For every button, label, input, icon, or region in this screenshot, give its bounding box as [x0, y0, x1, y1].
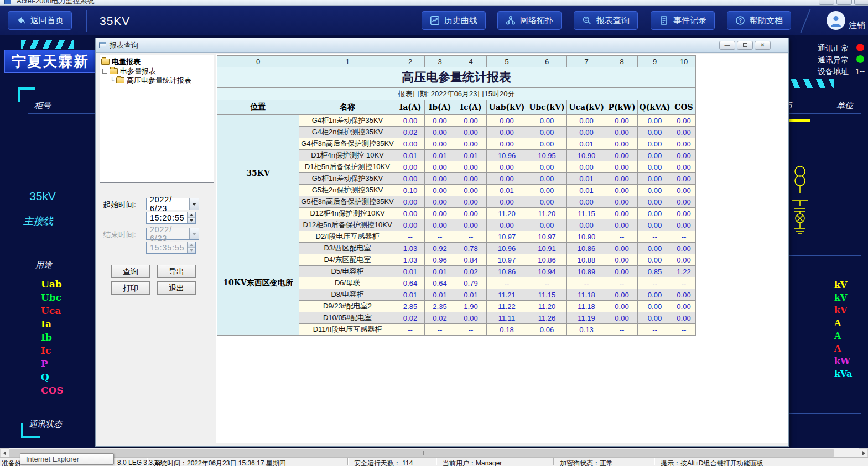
dialog-close-button[interactable]: ✕: [755, 41, 771, 50]
history-curve-button[interactable]: 历史曲线: [422, 11, 486, 30]
value-cell: 0.00: [567, 196, 606, 208]
scrollbar-thumb[interactable]: [9, 449, 834, 457]
query-button[interactable]: 查询: [111, 265, 150, 278]
dialog-titlebar[interactable]: 报表查询: [96, 38, 788, 53]
help-doc-button[interactable]: ? 帮助文档: [727, 11, 791, 30]
param-label-ubc: Ubc: [41, 291, 64, 304]
right-unit-list: kVkVkVAAAkWkVa: [834, 279, 852, 380]
value-cell: 0.92: [425, 243, 455, 254]
value-cell: 0.01: [455, 289, 487, 301]
value-cell: 0.00: [638, 301, 672, 312]
tree-item-root[interactable]: 电量报表: [101, 57, 212, 66]
column-number: 5: [487, 56, 527, 67]
value-cell: --: [606, 277, 638, 289]
grid-line: [28, 97, 95, 97]
os-minimize-button[interactable]: [819, 0, 834, 5]
value-cell: 0.02: [425, 312, 455, 324]
start-date-value: 2022/ 6/23: [147, 195, 189, 213]
column-number: 3: [425, 56, 455, 67]
value-cell: 0.00: [425, 138, 455, 150]
value-cell: --: [396, 231, 425, 243]
value-cell: 0.00: [487, 115, 527, 127]
value-cell: 0.00: [638, 115, 672, 127]
tree-item-grandchild[interactable]: └ 高压电参量统计报表: [101, 76, 212, 85]
value-cell: 0.00: [425, 196, 455, 208]
param-label-q: Q: [41, 370, 64, 384]
hazard-stripes-right: [790, 79, 834, 88]
folder-icon: [101, 59, 110, 65]
value-cell: 0.00: [527, 161, 567, 173]
comm-fail-indicator: [856, 55, 864, 63]
collapse-expander-icon[interactable]: -: [102, 69, 107, 74]
event-record-icon: [659, 15, 669, 25]
column-number: 0: [217, 56, 299, 67]
param-label-uab: Uab: [41, 277, 64, 291]
value-cell: 11.19: [567, 312, 606, 324]
report-query-button[interactable]: 报表查询: [574, 11, 638, 30]
back-home-button[interactable]: 返回首页: [8, 11, 72, 30]
ie-tooltip: Internet Explorer: [20, 453, 114, 465]
device-name: G4柜2n保护测控35KV: [299, 127, 396, 138]
user-avatar[interactable]: [827, 11, 845, 30]
exit-button[interactable]: 退出: [157, 281, 196, 295]
value-cell: 0.00: [638, 289, 672, 301]
device-name: G5柜3n高后备保护测控35KV: [299, 196, 396, 208]
value-cell: 0.00: [672, 219, 696, 231]
value-cell: 1.22: [672, 266, 696, 277]
unit-label-kw: kW: [834, 355, 852, 368]
value-cell: 10.88: [567, 254, 606, 266]
value-cell: 0.00: [527, 127, 567, 138]
logout-button[interactable]: 注销: [849, 20, 865, 31]
value-cell: 0.01: [425, 150, 455, 161]
value-cell: --: [567, 277, 606, 289]
dialog-maximize-button[interactable]: [737, 41, 753, 50]
value-cell: 0.00: [638, 185, 672, 196]
value-cell: 0.01: [425, 289, 455, 301]
history-curve-label: 历史曲线: [444, 15, 477, 26]
station-banner: 宁夏天霖新: [4, 50, 95, 73]
value-cell: 0.00: [527, 196, 567, 208]
value-cell: 0.00: [672, 254, 696, 266]
horizontal-scrollbar[interactable]: [0, 448, 868, 457]
dialog-minimize-button[interactable]: —: [719, 41, 735, 50]
grid-line: [784, 431, 861, 431]
value-cell: 1.90: [455, 301, 487, 312]
column-header: 位置: [217, 100, 299, 115]
value-cell: 0.00: [638, 243, 672, 254]
device-name: D12柜5n后备保护测控10KV: [299, 219, 396, 231]
value-cell: 0.00: [455, 138, 487, 150]
value-cell: --: [425, 231, 455, 243]
value-cell: --: [455, 324, 487, 336]
print-button[interactable]: 打印: [111, 281, 150, 295]
start-time-value: 15:20:55: [147, 213, 187, 222]
export-button[interactable]: 导出: [157, 265, 196, 278]
tree-item-child[interactable]: - 电参量报表: [101, 66, 212, 76]
network-topology-button[interactable]: 网络拓扑: [497, 11, 562, 30]
event-record-label: 事件记录: [673, 15, 706, 26]
dropdown-arrow-icon[interactable]: [189, 198, 199, 210]
start-date-combo[interactable]: 2022/ 6/23: [146, 198, 199, 210]
unit-label-kv: kV: [834, 291, 852, 304]
scroll-right-arrow-icon[interactable]: [859, 448, 868, 458]
value-cell: 0.00: [638, 138, 672, 150]
grid-line: [784, 413, 861, 414]
os-close-button[interactable]: [854, 0, 868, 5]
spinner-arrows-icon[interactable]: [187, 212, 195, 223]
unit-label-a: A: [834, 342, 852, 355]
start-time-spinner[interactable]: 15:20:55: [146, 212, 196, 224]
dropdown-arrow-icon: [189, 228, 199, 239]
scroll-left-arrow-icon[interactable]: [0, 448, 9, 458]
event-record-button[interactable]: 事件记录: [651, 11, 715, 30]
value-cell: 0.00: [672, 312, 696, 324]
value-cell: 0.00: [527, 173, 567, 185]
report-table: 012345678910高压电参量统计报表报表日期: 2022年06月23日15…: [217, 55, 696, 336]
value-cell: 0.00: [672, 208, 696, 219]
value-cell: 10.86: [487, 266, 527, 277]
history-curve-icon: [430, 15, 440, 25]
report-date: 报表日期: 2022年06月23日15时20分: [217, 88, 696, 100]
report-tree: 电量报表 - 电参量报表 └ 高压电参量统计报表: [100, 55, 214, 183]
statusbar-divider: [436, 458, 436, 465]
value-cell: 0.00: [396, 173, 425, 185]
os-maximize-button[interactable]: [836, 0, 852, 5]
grid-line: [784, 113, 861, 114]
